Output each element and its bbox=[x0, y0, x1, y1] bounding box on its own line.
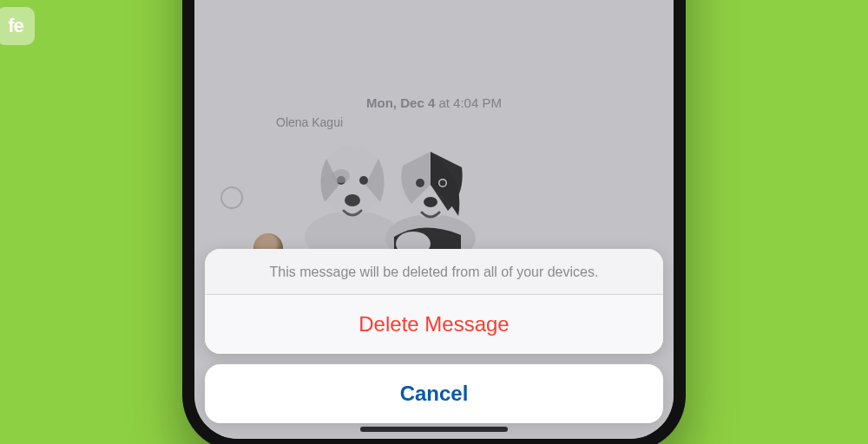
action-sheet-group: This message will be deleted from all of… bbox=[205, 249, 663, 354]
phone-screen: Mon, Dec 4 at 4:04 PM Olena Kagui bbox=[194, 0, 674, 439]
logo-text: fe bbox=[8, 15, 23, 37]
action-sheet: This message will be deleted from all of… bbox=[205, 249, 663, 423]
action-sheet-description: This message will be deleted from all of… bbox=[205, 249, 663, 295]
phone-frame: Mon, Dec 4 at 4:04 PM Olena Kagui bbox=[182, 0, 686, 444]
cancel-button[interactable]: Cancel bbox=[205, 364, 663, 423]
delete-message-button[interactable]: Delete Message bbox=[205, 295, 663, 354]
action-sheet-cancel-group: Cancel bbox=[205, 364, 663, 423]
home-indicator[interactable] bbox=[360, 427, 508, 432]
logo-badge: fe bbox=[0, 7, 35, 45]
